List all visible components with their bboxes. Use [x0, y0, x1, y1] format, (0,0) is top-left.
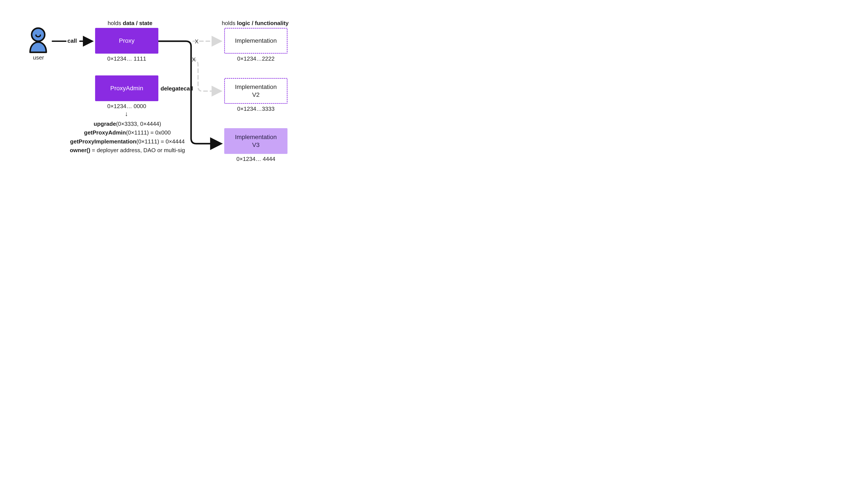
proxy-admin-box: ProxyAdmin: [95, 75, 158, 101]
impl-v2-label-line1: Implementation: [235, 83, 276, 91]
x-mark-2: X: [192, 56, 196, 63]
impl-v2-box: Implementation V2: [224, 78, 287, 104]
func-owner: owner() = deployer address, DAO or multi…: [57, 146, 197, 155]
impl-v2-addr: 0×1234…3333: [224, 105, 287, 112]
impl-v3-addr: 0×1234… 4444: [224, 156, 287, 162]
proxy-admin-label: ProxyAdmin: [111, 84, 143, 92]
edge-label-call: call: [67, 37, 77, 44]
svg-point-0: [32, 28, 45, 41]
impl-caption: holds logic / functionality: [218, 20, 292, 27]
impl-v1-box: Implementation: [224, 28, 287, 54]
impl-v1-addr: 0×1234…2222: [224, 55, 287, 62]
impl-caption-prefix: holds: [222, 20, 237, 27]
proxy-caption: holds data / state: [99, 20, 161, 27]
impl-v3-box: Implementation V3: [224, 128, 287, 154]
impl-v2-label-line2: V2: [235, 91, 276, 99]
edge-label-delegatecall: delegatecall: [161, 85, 193, 92]
down-arrow-icon: ↓: [125, 110, 128, 118]
impl-v3-label-line2: V3: [235, 141, 276, 149]
user-icon: [26, 25, 50, 54]
proxy-addr: 0×1234… 1111: [95, 55, 158, 62]
proxy-label: Proxy: [119, 37, 135, 45]
proxy-admin-addr: 0×1234… 0000: [95, 103, 158, 110]
user-label: user: [33, 54, 44, 61]
x-mark-1: X: [195, 38, 199, 45]
impl-caption-bold: logic / functionality: [237, 20, 289, 27]
proxy-caption-prefix: holds: [107, 20, 122, 27]
impl-v1-label: Implementation: [235, 37, 276, 45]
func-list: upgrade(0×3333, 0×4444) getProxyAdmin(0×…: [57, 120, 197, 155]
func-getProxyImplementation: getProxyImplementation(0×1111) = 0×4444: [57, 137, 197, 146]
func-getProxyAdmin: getProxyAdmin(0×1111) = 0x000: [57, 128, 197, 137]
proxy-box: Proxy: [95, 28, 158, 54]
proxy-caption-bold: data / state: [123, 20, 152, 27]
impl-v3-label-line1: Implementation: [235, 133, 276, 141]
edge-deprecated-2: [192, 59, 220, 91]
func-upgrade: upgrade(0×3333, 0×4444): [57, 120, 197, 128]
